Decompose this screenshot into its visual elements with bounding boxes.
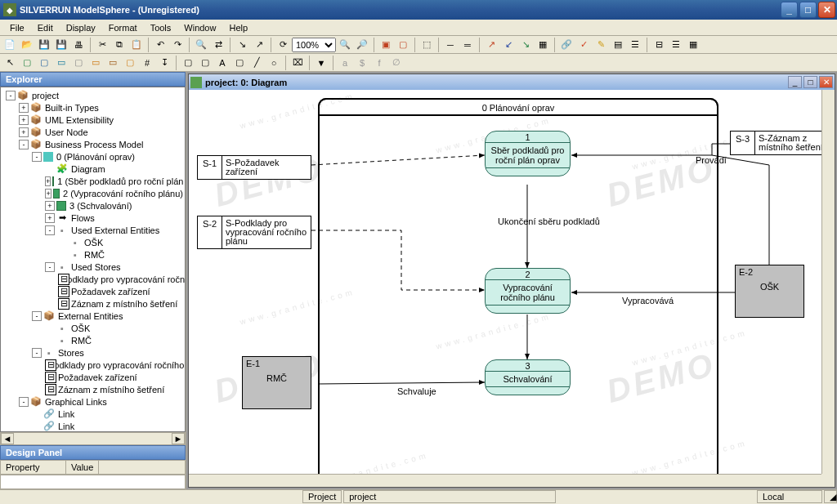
zoomout-icon[interactable]: 🔎 <box>354 37 370 53</box>
arrow-r-icon[interactable]: ↗ <box>483 37 499 53</box>
store-s2[interactable]: S-2 S-Podklady pro vypracování ročního p… <box>197 216 311 249</box>
close-button[interactable]: ✕ <box>818 2 835 18</box>
stamp-icon[interactable]: ⌧ <box>289 55 306 71</box>
doc-icon[interactable]: ☰ <box>627 37 643 53</box>
tree-expander-icon[interactable]: - <box>32 152 42 162</box>
menu-edit[interactable]: Edit <box>31 21 60 34</box>
cut-icon[interactable]: ✂ <box>94 37 110 53</box>
tree-item[interactable]: 🔗Link <box>1 408 185 420</box>
tree-item[interactable]: ⊟Požadavek zařízení <box>1 371 185 383</box>
grid-icon[interactable]: ▦ <box>685 37 701 53</box>
tree-expander-icon[interactable]: - <box>19 397 29 407</box>
pencil-icon[interactable]: ✎ <box>593 37 609 53</box>
tree-expander-icon[interactable]: + <box>45 213 55 223</box>
line1-icon[interactable]: ─ <box>442 37 459 53</box>
tree-expander-icon[interactable] <box>32 421 42 431</box>
tree-expander-icon[interactable] <box>45 336 55 346</box>
explorer-tree[interactable]: -📦project+📦Built-in Types+📦UML Extensibi… <box>0 87 186 432</box>
diagram-close-button[interactable]: ✕ <box>819 76 833 88</box>
tree-item[interactable]: -📦project <box>1 89 185 101</box>
tree-item[interactable]: ⊟Podklady pro vypracování roční <box>1 273 185 285</box>
scroll-left-icon[interactable]: ◄ <box>1 433 14 444</box>
maximize-button[interactable]: □ <box>799 2 817 18</box>
list2-icon[interactable]: ☰ <box>668 37 684 53</box>
explorer-hscroll[interactable]: ◄ ► <box>0 432 186 445</box>
tree-expander-icon[interactable]: + <box>45 201 55 211</box>
diagram-titlebar[interactable]: project: 0: Diagram _ □ ✕ <box>189 74 835 90</box>
stack-icon[interactable]: ▤ <box>610 37 626 53</box>
grid2-icon[interactable]: # <box>139 55 155 71</box>
process-node-2[interactable]: 2 Vypracování ročního plánu <box>485 268 571 314</box>
diagram-hscroll[interactable] <box>189 474 821 487</box>
dollar-icon[interactable]: $ <box>354 55 370 71</box>
menu-file[interactable]: File <box>3 21 31 34</box>
text-icon[interactable]: A <box>214 55 231 71</box>
tree-item[interactable]: -▪Stores <box>1 346 185 359</box>
menu-help[interactable]: Help <box>222 21 254 34</box>
zoomin-icon[interactable]: 🔍 <box>337 37 353 53</box>
new-icon[interactable]: 📄 <box>2 37 18 53</box>
tree-item[interactable]: ⊟Požadavek zařízení <box>1 285 185 297</box>
process-node-1[interactable]: 1 Sběr podkladů pro roční plán oprav <box>485 131 571 176</box>
tree-expander-icon[interactable] <box>45 323 55 333</box>
tree-item[interactable]: +3 (Schvalování) <box>1 199 185 212</box>
filter-icon[interactable]: ▼ <box>313 55 329 71</box>
tree-expander-icon[interactable]: + <box>45 176 51 186</box>
tree-item[interactable]: ⊟Záznam z místního šetření <box>1 297 185 310</box>
diagram-canvas[interactable]: DEMO DEMO DEMO DEMO www.grandite.com www… <box>189 90 821 474</box>
refresh-icon[interactable]: ⟳ <box>275 37 291 53</box>
tree-expander-icon[interactable]: - <box>6 91 16 100</box>
rect-icon[interactable]: ▢ <box>231 55 248 71</box>
list1-icon[interactable]: ⊟ <box>651 37 667 53</box>
f-icon[interactable]: f <box>371 55 387 71</box>
entity-e1[interactable]: E-1 RMČ <box>242 356 311 409</box>
box1-icon[interactable]: ▢ <box>19 55 35 71</box>
tree-item[interactable]: -📦Graphical Links <box>1 395 185 408</box>
open-icon[interactable]: 📂 <box>19 37 35 53</box>
tree-expander-icon[interactable] <box>45 164 55 174</box>
scroll-right-icon[interactable]: ► <box>172 433 185 444</box>
redo-icon[interactable]: ↷ <box>169 37 186 53</box>
minimize-button[interactable]: _ <box>781 2 798 18</box>
expand-icon[interactable]: ↗ <box>251 37 267 53</box>
entity-e2[interactable]: E-2 OŠK <box>735 265 804 318</box>
tree-item[interactable]: ▪OŠK <box>1 236 185 248</box>
pointer-icon[interactable]: ↖ <box>2 55 18 71</box>
diagram-min-button[interactable]: _ <box>788 76 802 88</box>
tree-expander-icon[interactable] <box>32 409 42 419</box>
save-icon[interactable]: 💾 <box>36 37 52 53</box>
menu-tools[interactable]: Tools <box>144 21 178 34</box>
tree-item[interactable]: +📦User Node <box>1 126 185 138</box>
tree-expander-icon[interactable]: - <box>32 311 42 321</box>
box7-icon[interactable]: ▢ <box>122 55 138 71</box>
process-node-3[interactable]: 3 Schvalování <box>485 359 571 395</box>
find-icon[interactable]: 🔍 <box>193 37 209 53</box>
tree-item[interactable]: ▪RMČ <box>1 334 185 346</box>
collapse-icon[interactable]: ↘ <box>234 37 250 53</box>
tree-expander-icon[interactable]: - <box>45 225 55 235</box>
box4-icon[interactable]: ▢ <box>70 55 87 71</box>
paste-icon[interactable]: 📋 <box>128 37 145 53</box>
tree-item[interactable]: ⊟Podklady pro vypracování ročního p <box>1 359 185 371</box>
tool-b-icon[interactable]: ▢ <box>395 37 411 53</box>
tree-item[interactable]: 🧩Diagram <box>1 163 185 175</box>
store-s1[interactable]: S-1 S-Požadavek zařízení <box>197 155 311 180</box>
tree-item[interactable]: ▪OŠK <box>1 322 185 334</box>
replace-icon[interactable]: ⇄ <box>210 37 226 53</box>
shape1-icon[interactable]: ▢ <box>180 55 196 71</box>
tree-item[interactable]: +📦Built-in Types <box>1 101 185 114</box>
copy-icon[interactable]: ⧉ <box>111 37 128 53</box>
tree-expander-icon[interactable] <box>58 238 68 248</box>
tree-expander-icon[interactable]: + <box>19 103 29 113</box>
tree-expander-icon[interactable]: - <box>19 140 29 149</box>
saveall-icon[interactable]: 💾 <box>53 37 69 53</box>
box-tool-icon[interactable]: ▦ <box>535 37 551 53</box>
tree-expander-icon[interactable]: + <box>19 115 29 125</box>
menu-display[interactable]: Display <box>60 21 102 34</box>
tree-expander-icon[interactable]: + <box>19 127 29 137</box>
line2-icon[interactable]: ═ <box>459 37 476 53</box>
tree-expander-icon[interactable]: + <box>45 189 51 198</box>
empty-icon[interactable]: ∅ <box>388 55 405 71</box>
tree-item[interactable]: -0 (Plánování oprav) <box>1 150 185 163</box>
tree-expander-icon[interactable] <box>58 250 68 260</box>
